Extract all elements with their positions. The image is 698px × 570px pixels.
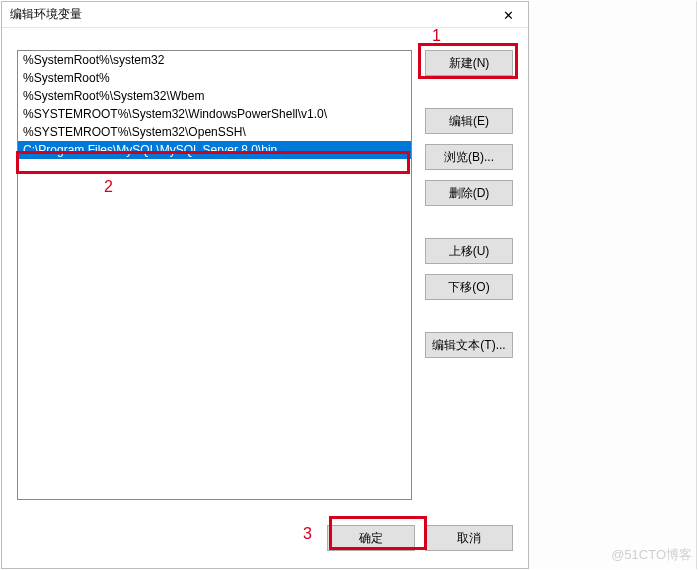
edit-env-var-dialog: 编辑环境变量 ✕ %SystemRoot%\system32 %SystemRo… xyxy=(1,1,529,569)
background-panel xyxy=(529,1,697,569)
delete-button[interactable]: 删除(D) xyxy=(425,180,513,206)
titlebar: 编辑环境变量 ✕ xyxy=(2,2,528,28)
dialog-content: %SystemRoot%\system32 %SystemRoot% %Syst… xyxy=(17,50,513,553)
edit-text-button[interactable]: 编辑文本(T)... xyxy=(425,332,513,358)
edit-button-label: 编辑(E) xyxy=(449,113,489,130)
button-column: 新建(N) 编辑(E) 浏览(B)... 删除(D) 上移(U) 下移(O) 编… xyxy=(425,50,513,358)
list-item[interactable]: %SystemRoot%\system32 xyxy=(18,51,411,69)
list-item[interactable]: %SYSTEMROOT%\System32\WindowsPowerShell\… xyxy=(18,105,411,123)
move-down-button[interactable]: 下移(O) xyxy=(425,274,513,300)
move-up-button-label: 上移(U) xyxy=(449,243,490,260)
edit-text-button-label: 编辑文本(T)... xyxy=(432,337,505,354)
browse-button[interactable]: 浏览(B)... xyxy=(425,144,513,170)
list-item[interactable]: %SystemRoot% xyxy=(18,69,411,87)
list-item[interactable]: %SYSTEMROOT%\System32\OpenSSH\ xyxy=(18,123,411,141)
path-listbox[interactable]: %SystemRoot%\system32 %SystemRoot% %Syst… xyxy=(17,50,412,500)
dialog-button-row: 确定 取消 xyxy=(17,525,513,553)
close-icon: ✕ xyxy=(503,8,514,23)
move-up-button[interactable]: 上移(U) xyxy=(425,238,513,264)
browse-button-label: 浏览(B)... xyxy=(444,149,494,166)
new-button-label: 新建(N) xyxy=(449,55,490,72)
delete-button-label: 删除(D) xyxy=(449,185,490,202)
new-button[interactable]: 新建(N) xyxy=(425,50,513,76)
close-button[interactable]: ✕ xyxy=(488,2,528,28)
list-item-selected[interactable]: C:\Program Files\MySQL\MySQL Server 8.0\… xyxy=(18,141,411,159)
cancel-button[interactable]: 取消 xyxy=(425,525,513,551)
cancel-button-label: 取消 xyxy=(457,530,481,547)
list-item[interactable]: %SystemRoot%\System32\Wbem xyxy=(18,87,411,105)
ok-button-label: 确定 xyxy=(359,530,383,547)
move-down-button-label: 下移(O) xyxy=(448,279,489,296)
ok-button[interactable]: 确定 xyxy=(327,525,415,551)
edit-button[interactable]: 编辑(E) xyxy=(425,108,513,134)
dialog-title: 编辑环境变量 xyxy=(10,6,82,23)
